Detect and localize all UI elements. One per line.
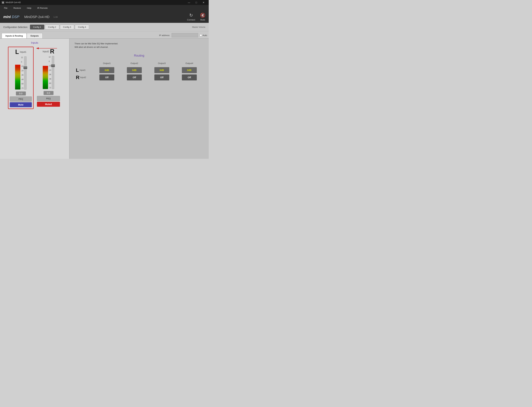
channel1-peq-button[interactable]: PEQ xyxy=(10,96,32,102)
config-btn-3[interactable]: Config 3 xyxy=(60,25,74,30)
app-version: 1.16 xyxy=(54,16,58,18)
menubar: File Restore Help IR Remote xyxy=(0,5,209,11)
logo-dsp: DSP xyxy=(12,15,19,19)
app-name: MiniDSP-2x4-HD xyxy=(24,15,49,19)
channel2-label-row: Input2 R xyxy=(37,48,60,55)
channel2-vu-wrapper: 12 0 -12 -24 -36 -48 -60 -72 xyxy=(43,56,54,89)
routing-col-output4: Output4 xyxy=(176,62,202,66)
channel2-vu-bar xyxy=(43,66,48,89)
app-icon-small: ◉ xyxy=(2,1,4,4)
channel2-vu-scale: 12 0 -12 -24 -36 -48 -60 -72 xyxy=(49,56,51,89)
channel2-slider-track[interactable] xyxy=(52,56,54,89)
input-channel-1[interactable]: L Input1 12 0 -12 -24 -36 - xyxy=(8,47,34,109)
routing-row2-name: Input2 xyxy=(80,76,86,78)
routing-row2-label: R Input2 xyxy=(76,75,92,80)
menu-help[interactable]: Help xyxy=(25,6,33,10)
header: miniDSP MiniDSP-2x4-HD 1.16 ↻ Connect 🔇 … xyxy=(0,11,209,23)
inputs-section-title: Inputs xyxy=(3,41,67,44)
channel1-mute-button[interactable]: Mute xyxy=(10,102,32,107)
inputs-container: L Input1 12 0 -12 -24 -36 - xyxy=(3,47,67,109)
ip-address-label: IP address: xyxy=(159,34,170,37)
routing-r-output2-btn[interactable]: Off xyxy=(127,74,142,80)
input-channel-2[interactable]: Input2 R 12 0 -12 -24 -36 - xyxy=(36,47,61,109)
titlebar-text: MiniDSP-2x4-HD xyxy=(6,1,21,4)
annotation-line1: There can be Mid Side EQ filter implemen… xyxy=(74,42,204,46)
routing-row2-letter: R xyxy=(76,75,80,80)
annotation-area: There can be Mid Side EQ filter implemen… xyxy=(74,42,204,49)
channel1-vu-bar xyxy=(15,65,20,89)
ip-section: IP address: Auto xyxy=(159,33,207,38)
menu-file[interactable]: File xyxy=(3,6,9,10)
tab-outputs[interactable]: Outputs xyxy=(27,33,43,38)
config-selection-label: Configuration Selection: xyxy=(3,26,28,28)
minimize-button[interactable]: — xyxy=(185,0,193,5)
channel1-vu-wrapper: 12 0 -12 -24 -36 -48 -60 -72 xyxy=(15,56,26,89)
routing-l-output3-btn[interactable]: 0dB xyxy=(154,67,169,73)
ip-address-input[interactable] xyxy=(172,33,198,37)
auto-label: Auto xyxy=(202,34,207,37)
mute-label: Mute xyxy=(201,18,205,21)
configbar: Configuration Selection: Config 1 Config… xyxy=(0,23,209,31)
channel1-slider-thumb[interactable] xyxy=(24,66,27,69)
mute-icon: 🔇 xyxy=(200,13,205,18)
logo-mini: mini xyxy=(3,15,11,19)
channel1-letter: L xyxy=(15,48,19,55)
auto-checkbox[interactable] xyxy=(200,34,202,36)
connect-icon: ↻ xyxy=(189,13,193,18)
routing-r-output1-btn[interactable]: Off xyxy=(99,74,114,80)
routing-l-output2-btn[interactable]: 0dB xyxy=(127,67,142,73)
menu-ir-remote[interactable]: IR Remote xyxy=(36,6,49,10)
maximize-button[interactable]: □ xyxy=(193,0,200,5)
routing-l-output1-btn[interactable]: 0dB xyxy=(99,67,114,73)
routing-r-output3-btn[interactable]: Off xyxy=(154,74,169,80)
window-controls: — □ ✕ xyxy=(185,0,207,5)
channel2-mute-button[interactable]: Muted xyxy=(37,102,60,107)
routing-row1-name: Input1 xyxy=(80,69,85,71)
close-button[interactable]: ✕ xyxy=(200,0,207,5)
channel1-name: Input1 xyxy=(20,51,26,53)
tab-inputs-routing[interactable]: Inputs & Routing xyxy=(2,33,27,38)
channel1-label-row: L Input1 xyxy=(10,48,32,55)
routing-l-output4-btn[interactable]: 0dB xyxy=(182,67,197,73)
channel1-value: 0.0 xyxy=(16,92,26,95)
routing-col-output2: Output2 xyxy=(121,62,147,66)
routing-row-input2: R Input2 Off Off Off Off xyxy=(76,74,202,80)
channel1-slider-track[interactable] xyxy=(24,56,26,89)
inputs-panel: Inputs L Input1 12 0 xyxy=(0,39,70,159)
routing-row1-letter: L xyxy=(76,67,79,73)
routing-col-output3: Output3 xyxy=(149,62,175,66)
main-content: Inputs L Input1 12 0 xyxy=(0,39,209,159)
master-volume-label: Master Volume xyxy=(192,26,205,28)
channel2-letter: R xyxy=(50,48,54,55)
routing-row-input1: L Input1 0dB 0dB 0dB 0dB xyxy=(76,67,202,73)
channel1-vu-meter xyxy=(15,56,20,89)
routing-row-header-empty xyxy=(76,62,92,66)
channel2-vu-meter xyxy=(43,56,48,89)
channel2-peq-button[interactable]: PEQ xyxy=(37,96,60,101)
auto-checkbox-label[interactable]: Auto xyxy=(200,34,207,37)
routing-section-title: Routing xyxy=(74,54,204,57)
annotation-line2: Will afect all drivers on left channel. xyxy=(74,46,204,49)
tabbar: Inputs & Routing Outputs IP address: Aut… xyxy=(0,31,209,39)
mute-button[interactable]: 🔇 Mute xyxy=(200,13,205,21)
connect-button[interactable]: ↻ Connect xyxy=(187,13,195,21)
config-btn-4[interactable]: Config 4 xyxy=(75,25,89,30)
inputs-relative-wrap: L Input1 12 0 -12 -24 -36 - xyxy=(3,47,67,109)
routing-panel: There can be Mid Side EQ filter implemen… xyxy=(70,39,209,159)
config-btn-2[interactable]: Config 2 xyxy=(45,25,59,30)
channel1-vu-scale: 12 0 -12 -24 -36 -48 -60 -72 xyxy=(21,56,23,89)
routing-col-output1: Output1 xyxy=(94,62,120,66)
logo: miniDSP xyxy=(3,15,19,19)
connect-label: Connect xyxy=(187,18,195,21)
routing-row1-label: L Input1 xyxy=(76,67,92,73)
channel2-slider-thumb[interactable] xyxy=(51,64,55,67)
routing-table: Output1 Output2 Output3 Output4 L Input1 xyxy=(74,61,204,82)
config-btn-1[interactable]: Config 1 xyxy=(30,25,44,30)
channel2-name: Input2 xyxy=(43,50,49,53)
titlebar: ◉ MiniDSP-2x4-HD — □ ✕ xyxy=(0,0,209,5)
header-controls: ↻ Connect 🔇 Mute xyxy=(187,13,205,21)
menu-restore[interactable]: Restore xyxy=(12,6,22,10)
channel2-value: 0.0 xyxy=(44,91,54,95)
routing-r-output4-btn[interactable]: Off xyxy=(182,74,197,80)
